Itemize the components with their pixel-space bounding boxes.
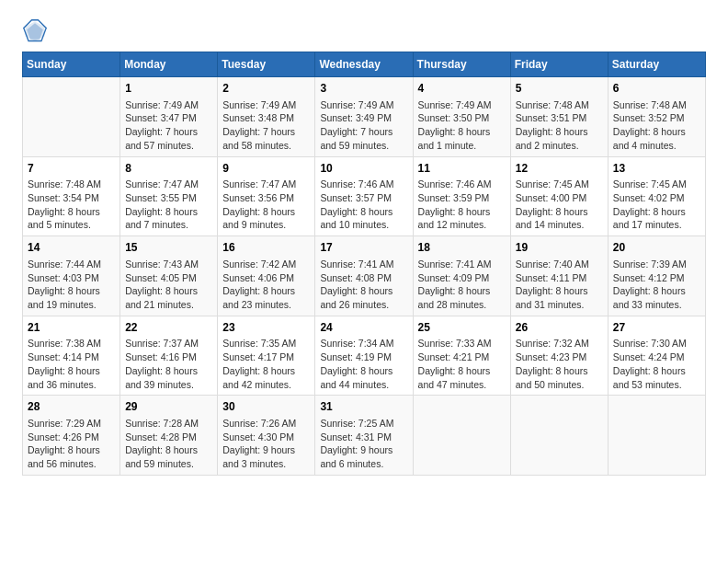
calendar-cell: 16Sunrise: 7:42 AM Sunset: 4:06 PM Dayli… bbox=[218, 236, 315, 316]
day-number: 12 bbox=[516, 161, 603, 177]
calendar-cell: 12Sunrise: 7:45 AM Sunset: 4:00 PM Dayli… bbox=[510, 156, 608, 236]
day-number: 23 bbox=[222, 320, 310, 336]
calendar-cell: 27Sunrise: 7:30 AM Sunset: 4:24 PM Dayli… bbox=[608, 316, 705, 396]
day-number: 15 bbox=[125, 240, 212, 256]
calendar-cell bbox=[510, 396, 608, 476]
calendar-cell: 2Sunrise: 7:49 AM Sunset: 3:48 PM Daylig… bbox=[218, 77, 315, 157]
day-number: 10 bbox=[320, 161, 407, 177]
calendar-cell: 29Sunrise: 7:28 AM Sunset: 4:28 PM Dayli… bbox=[120, 396, 218, 476]
day-info: Sunrise: 7:49 AM Sunset: 3:47 PM Dayligh… bbox=[125, 98, 212, 153]
calendar-cell: 20Sunrise: 7:39 AM Sunset: 4:12 PM Dayli… bbox=[608, 236, 705, 316]
calendar-cell: 19Sunrise: 7:40 AM Sunset: 4:11 PM Dayli… bbox=[510, 236, 608, 316]
day-number: 17 bbox=[320, 240, 407, 256]
day-number: 4 bbox=[418, 81, 506, 97]
day-of-week-header: Tuesday bbox=[218, 52, 315, 77]
calendar-cell: 3Sunrise: 7:49 AM Sunset: 3:49 PM Daylig… bbox=[315, 77, 413, 157]
day-number: 30 bbox=[222, 399, 310, 415]
day-of-week-header: Saturday bbox=[608, 52, 705, 77]
day-number: 21 bbox=[28, 320, 115, 336]
day-number: 20 bbox=[613, 240, 700, 256]
day-info: Sunrise: 7:38 AM Sunset: 4:14 PM Dayligh… bbox=[28, 337, 115, 391]
calendar-header-row: SundayMondayTuesdayWednesdayThursdayFrid… bbox=[23, 52, 706, 77]
calendar-cell: 6Sunrise: 7:48 AM Sunset: 3:52 PM Daylig… bbox=[608, 77, 705, 157]
day-info: Sunrise: 7:49 AM Sunset: 3:50 PM Dayligh… bbox=[418, 98, 506, 153]
day-of-week-header: Wednesday bbox=[315, 52, 413, 77]
day-number: 26 bbox=[516, 320, 603, 336]
day-number: 29 bbox=[125, 399, 212, 415]
calendar-cell bbox=[413, 396, 510, 476]
calendar-cell bbox=[23, 77, 120, 157]
day-of-week-header: Friday bbox=[510, 52, 608, 77]
day-number: 14 bbox=[28, 240, 115, 256]
page-header bbox=[22, 18, 706, 44]
calendar-cell: 9Sunrise: 7:47 AM Sunset: 3:56 PM Daylig… bbox=[218, 156, 315, 236]
day-number: 16 bbox=[222, 240, 310, 256]
calendar-cell: 24Sunrise: 7:34 AM Sunset: 4:19 PM Dayli… bbox=[315, 316, 413, 396]
calendar-week-row: 1Sunrise: 7:49 AM Sunset: 3:47 PM Daylig… bbox=[23, 77, 706, 157]
day-info: Sunrise: 7:29 AM Sunset: 4:26 PM Dayligh… bbox=[28, 417, 115, 471]
day-number: 2 bbox=[222, 81, 310, 97]
day-info: Sunrise: 7:48 AM Sunset: 3:54 PM Dayligh… bbox=[28, 178, 115, 232]
calendar-cell: 31Sunrise: 7:25 AM Sunset: 4:31 PM Dayli… bbox=[315, 396, 413, 476]
calendar-cell: 1Sunrise: 7:49 AM Sunset: 3:47 PM Daylig… bbox=[120, 77, 218, 157]
day-info: Sunrise: 7:49 AM Sunset: 3:48 PM Dayligh… bbox=[222, 98, 310, 153]
calendar-cell: 26Sunrise: 7:32 AM Sunset: 4:23 PM Dayli… bbox=[510, 316, 608, 396]
day-number: 25 bbox=[418, 320, 506, 336]
day-info: Sunrise: 7:33 AM Sunset: 4:21 PM Dayligh… bbox=[418, 337, 506, 391]
logo bbox=[22, 18, 51, 44]
calendar-week-row: 28Sunrise: 7:29 AM Sunset: 4:26 PM Dayli… bbox=[23, 396, 706, 476]
day-info: Sunrise: 7:26 AM Sunset: 4:30 PM Dayligh… bbox=[222, 417, 310, 471]
day-info: Sunrise: 7:43 AM Sunset: 4:05 PM Dayligh… bbox=[125, 258, 212, 312]
day-info: Sunrise: 7:45 AM Sunset: 4:02 PM Dayligh… bbox=[613, 178, 700, 232]
day-number: 19 bbox=[516, 240, 603, 256]
day-of-week-header: Monday bbox=[120, 52, 218, 77]
day-number: 22 bbox=[125, 320, 212, 336]
day-info: Sunrise: 7:42 AM Sunset: 4:06 PM Dayligh… bbox=[222, 258, 310, 312]
day-number: 27 bbox=[613, 320, 700, 336]
calendar-cell: 25Sunrise: 7:33 AM Sunset: 4:21 PM Dayli… bbox=[413, 316, 510, 396]
calendar-cell: 15Sunrise: 7:43 AM Sunset: 4:05 PM Dayli… bbox=[120, 236, 218, 316]
day-info: Sunrise: 7:47 AM Sunset: 3:56 PM Dayligh… bbox=[222, 178, 310, 232]
calendar-week-row: 14Sunrise: 7:44 AM Sunset: 4:03 PM Dayli… bbox=[23, 236, 706, 316]
calendar-cell: 5Sunrise: 7:48 AM Sunset: 3:51 PM Daylig… bbox=[510, 77, 608, 157]
day-info: Sunrise: 7:35 AM Sunset: 4:17 PM Dayligh… bbox=[222, 337, 310, 391]
calendar-cell bbox=[608, 396, 705, 476]
calendar-cell: 23Sunrise: 7:35 AM Sunset: 4:17 PM Dayli… bbox=[218, 316, 315, 396]
day-info: Sunrise: 7:34 AM Sunset: 4:19 PM Dayligh… bbox=[320, 337, 407, 391]
day-info: Sunrise: 7:28 AM Sunset: 4:28 PM Dayligh… bbox=[125, 417, 212, 471]
day-info: Sunrise: 7:47 AM Sunset: 3:55 PM Dayligh… bbox=[125, 178, 212, 232]
day-info: Sunrise: 7:41 AM Sunset: 4:08 PM Dayligh… bbox=[320, 258, 407, 312]
day-info: Sunrise: 7:32 AM Sunset: 4:23 PM Dayligh… bbox=[516, 337, 603, 391]
day-info: Sunrise: 7:37 AM Sunset: 4:16 PM Dayligh… bbox=[125, 337, 212, 391]
day-number: 8 bbox=[125, 161, 212, 177]
day-info: Sunrise: 7:48 AM Sunset: 3:51 PM Dayligh… bbox=[516, 98, 603, 153]
day-number: 6 bbox=[613, 81, 700, 97]
day-number: 18 bbox=[418, 240, 506, 256]
day-info: Sunrise: 7:46 AM Sunset: 3:57 PM Dayligh… bbox=[320, 178, 407, 232]
day-info: Sunrise: 7:40 AM Sunset: 4:11 PM Dayligh… bbox=[516, 258, 603, 312]
calendar-cell: 13Sunrise: 7:45 AM Sunset: 4:02 PM Dayli… bbox=[608, 156, 705, 236]
calendar-cell: 30Sunrise: 7:26 AM Sunset: 4:30 PM Dayli… bbox=[218, 396, 315, 476]
day-number: 31 bbox=[320, 399, 407, 415]
calendar-cell: 11Sunrise: 7:46 AM Sunset: 3:59 PM Dayli… bbox=[413, 156, 510, 236]
day-info: Sunrise: 7:30 AM Sunset: 4:24 PM Dayligh… bbox=[613, 337, 700, 391]
day-number: 9 bbox=[222, 161, 310, 177]
calendar-cell: 4Sunrise: 7:49 AM Sunset: 3:50 PM Daylig… bbox=[413, 77, 510, 157]
day-of-week-header: Sunday bbox=[23, 52, 120, 77]
day-info: Sunrise: 7:44 AM Sunset: 4:03 PM Dayligh… bbox=[28, 258, 115, 312]
calendar-cell: 10Sunrise: 7:46 AM Sunset: 3:57 PM Dayli… bbox=[315, 156, 413, 236]
day-number: 28 bbox=[28, 399, 115, 415]
calendar-cell: 8Sunrise: 7:47 AM Sunset: 3:55 PM Daylig… bbox=[120, 156, 218, 236]
day-number: 3 bbox=[320, 81, 407, 97]
day-number: 11 bbox=[418, 161, 506, 177]
calendar-week-row: 7Sunrise: 7:48 AM Sunset: 3:54 PM Daylig… bbox=[23, 156, 706, 236]
calendar-cell: 18Sunrise: 7:41 AM Sunset: 4:09 PM Dayli… bbox=[413, 236, 510, 316]
logo-icon bbox=[22, 18, 48, 44]
day-number: 1 bbox=[125, 81, 212, 97]
day-info: Sunrise: 7:39 AM Sunset: 4:12 PM Dayligh… bbox=[613, 258, 700, 312]
day-info: Sunrise: 7:46 AM Sunset: 3:59 PM Dayligh… bbox=[418, 178, 506, 232]
day-number: 24 bbox=[320, 320, 407, 336]
calendar-cell: 21Sunrise: 7:38 AM Sunset: 4:14 PM Dayli… bbox=[23, 316, 120, 396]
calendar-cell: 28Sunrise: 7:29 AM Sunset: 4:26 PM Dayli… bbox=[23, 396, 120, 476]
day-number: 13 bbox=[613, 161, 700, 177]
